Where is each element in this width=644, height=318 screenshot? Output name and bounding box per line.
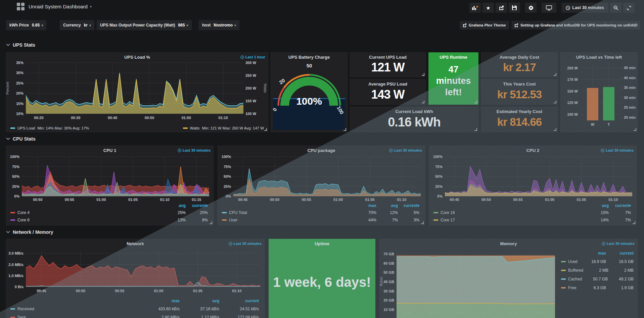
- panel-timeframe[interactable]: Last 30 minutes: [601, 148, 634, 152]
- svg-text:00:45: 00:45: [37, 289, 46, 293]
- series-name: Used: [568, 259, 578, 264]
- legend-series[interactable]: Cached: [561, 277, 582, 281]
- legend-series[interactable]: CPU Total: [222, 210, 355, 215]
- legend-sort-header[interactable]: avg: [587, 203, 609, 208]
- variable-value: 0.65: [32, 23, 40, 28]
- variable-kwh-price[interactable]: kWh Price 0.65▾: [6, 20, 46, 30]
- legend-sort-header[interactable]: max: [355, 203, 376, 208]
- svg-text:0: 0: [272, 107, 278, 112]
- link-grafana-influxdb-guide[interactable]: Setting up Grafana and InfluxDB for UPS …: [511, 21, 640, 30]
- legend-value: 44%: [355, 218, 376, 222]
- ups-load-vs-time-chart[interactable]: 200 W175 W150 W125 W100 W45 min40 min35 …: [561, 53, 637, 132]
- legend-series[interactable]: Core 6: [10, 218, 164, 222]
- panel-average-psu-load: Average PSU Load 143 W: [350, 79, 426, 105]
- section-ups-stats[interactable]: UPS Stats: [6, 42, 35, 48]
- section-cpu-stats[interactable]: CPU Stats: [6, 136, 36, 142]
- cpu2-chart[interactable]: 100%75%50%25%0%00:4500:5000:5501:0001:05…: [429, 146, 636, 206]
- add-panel-button[interactable]: [469, 3, 481, 13]
- star-button[interactable]: ★: [482, 3, 494, 13]
- svg-text:40 min: 40 min: [624, 76, 636, 80]
- settings-button[interactable]: [525, 3, 537, 13]
- series-name: Cached: [568, 277, 582, 281]
- series-name: Received: [17, 307, 34, 311]
- stat-title[interactable]: UPS Runtime: [431, 55, 476, 60]
- variable-host[interactable]: host Nostromo▾: [199, 20, 239, 30]
- stat-title[interactable]: Estimated Yearly Cost: [484, 109, 555, 114]
- zoom-out-button[interactable]: [610, 3, 622, 13]
- cycle-view-button[interactable]: [542, 3, 556, 13]
- stat-value: kr 512.53: [483, 86, 556, 103]
- legend-value: 12%: [376, 210, 398, 215]
- legend-series[interactable]: Free: [561, 285, 579, 290]
- panel-timeframe[interactable]: Last 1 hour: [240, 55, 265, 59]
- panel-timeframe[interactable]: Last 30 minutes: [389, 148, 422, 152]
- share-button[interactable]: [496, 3, 507, 13]
- variable-label: Currency: [63, 23, 81, 28]
- panel-network: Network Last 30 minutes 3.0 MB/s2.0 MB/s…: [6, 239, 265, 318]
- legend-series[interactable]: Buffered: [561, 268, 583, 273]
- stat-title[interactable]: Current Load kWh: [353, 109, 475, 114]
- svg-text:00:50: 00:50: [145, 116, 154, 120]
- ups-load-chart[interactable]: 35%30%25%20%15%10%300 W250 W200 W150 W10…: [6, 53, 268, 123]
- variable-currency[interactable]: Currency kr▾: [60, 20, 94, 30]
- series-color-dash: [183, 127, 188, 129]
- save-button[interactable]: [509, 3, 520, 13]
- variable-ups-max-output[interactable]: UPS Max Output Power Capacity (Watt) 865…: [97, 20, 192, 30]
- legend-sort-header[interactable]: current: [606, 251, 634, 256]
- legend-sort-header[interactable]: current▾: [609, 203, 631, 208]
- legend-series[interactable]: Received: [10, 307, 140, 311]
- legend-value: 14%: [587, 218, 609, 222]
- variable-label: host: [202, 23, 211, 28]
- stat-title[interactable]: This Years Cost: [484, 82, 555, 87]
- cpu-package-chart[interactable]: 100%75%50%25%0%00:4500:5000:5501:0001:05…: [218, 146, 425, 206]
- stat-title[interactable]: Average Daily Cost: [484, 55, 555, 60]
- dashboard-title-button[interactable]: Unraid System Dashboard ▾: [29, 4, 92, 9]
- caret-down-icon: ▾: [90, 5, 92, 8]
- legend-value: 13%: [164, 218, 186, 222]
- legend-sort-header[interactable]: current: [219, 299, 259, 303]
- cpu1-chart[interactable]: 100%75%50%25%0%00:5000:5501:0001:0501:10…: [6, 146, 213, 206]
- legend-series[interactable]: Used: [561, 259, 579, 264]
- legend-series[interactable]: Sent: [10, 315, 140, 318]
- legend-sort-header[interactable]: avg: [180, 299, 219, 303]
- panel-timeframe[interactable]: Last 30 minutes: [229, 242, 262, 246]
- share-icon: [499, 5, 504, 10]
- link-grafana-plex-theme[interactable]: Grafana Plex Theme: [460, 21, 509, 30]
- refresh-button[interactable]: [623, 3, 635, 13]
- svg-text:10 GB: 10 GB: [383, 308, 394, 312]
- legend-sort-header[interactable]: max: [579, 251, 606, 256]
- legend-sort-header[interactable]: avg: [164, 203, 186, 208]
- series-color-dash: [10, 219, 15, 221]
- legend-series[interactable]: User: [222, 218, 355, 222]
- panel-timeframe[interactable]: Last 30 minutes: [178, 148, 211, 152]
- legend-sort-header[interactable]: current▾: [186, 203, 208, 208]
- legend-sort-header[interactable]: current▾: [398, 203, 419, 208]
- time-range-button[interactable]: Last 30 minutes: [561, 3, 608, 13]
- legend-series[interactable]: Core 4: [10, 210, 164, 215]
- legend-sort-header[interactable]: avg: [376, 203, 398, 208]
- svg-text:35%: 35%: [16, 61, 24, 65]
- stat-title[interactable]: Uptime: [282, 241, 362, 246]
- panel-timeframe[interactable]: Last 30 minutes: [602, 242, 635, 246]
- legend-value: 7%: [609, 210, 631, 215]
- battery-gauge-chart[interactable]: 02050100: [271, 53, 347, 132]
- series-stats: Min: 14% Max: 30% Avg: 17%: [37, 126, 89, 130]
- network-chart[interactable]: 3.0 MB/s2.0 MB/s1.0 MB/s0 B/s00:4500:500…: [6, 239, 264, 296]
- section-network-memory[interactable]: Network / Memory: [6, 229, 53, 235]
- legend-series[interactable]: UPS LoadMin: 14% Max: 30% Avg: 17%: [10, 126, 89, 130]
- svg-text:00:50: 00:50: [76, 289, 85, 293]
- legend-sort-header[interactable]: max: [140, 299, 180, 303]
- series-name: Core 4: [17, 210, 30, 215]
- stat-title[interactable]: Average PSU Load: [353, 82, 423, 87]
- svg-text:20%: 20%: [16, 91, 24, 95]
- legend-series[interactable]: Core 17: [433, 218, 587, 222]
- svg-text:75%: 75%: [435, 165, 443, 169]
- stat-title[interactable]: Current UPS Load: [353, 55, 423, 60]
- svg-text:75%: 75%: [224, 165, 231, 169]
- svg-text:20: 20: [278, 77, 286, 85]
- legend-series[interactable]: Core 16: [433, 210, 587, 215]
- svg-text:00:55: 00:55: [513, 198, 522, 202]
- apps-grid-icon[interactable]: [17, 3, 25, 10]
- legend-series[interactable]: WattsMin: 121 W Max: 260 W Avg: 147 W: [183, 126, 264, 130]
- caret-down-icon: ▾: [234, 23, 236, 27]
